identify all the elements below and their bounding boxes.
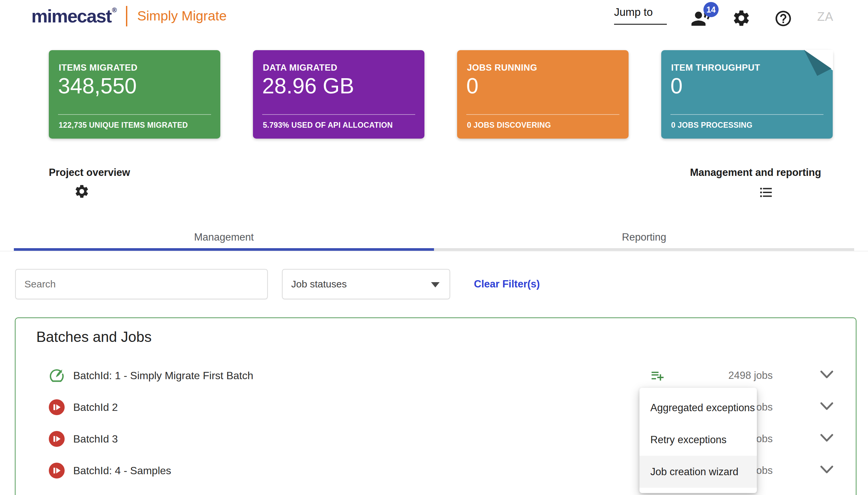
batch-label: BatchId: 4 - Samples	[73, 455, 171, 487]
card-divider	[466, 114, 619, 115]
management-list-button[interactable]	[759, 185, 774, 201]
card-value: 0	[466, 73, 479, 98]
card-divider	[262, 114, 415, 115]
job-statuses-select[interactable]: Job statuses	[282, 269, 450, 299]
card-jobs-running: JOBS RUNNING 0 0 JOBS DISCOVERING	[457, 50, 628, 139]
notifications-badge: 14	[704, 2, 719, 17]
management-reporting-label: Management and reporting	[690, 167, 821, 178]
card-value: 348,550	[58, 73, 137, 98]
menu-item-job-creation-wizard[interactable]: Job creation wizard	[639, 456, 757, 488]
job-statuses-label: Job statuses	[291, 270, 347, 298]
card-value: 0	[671, 73, 683, 98]
card-caption: 0 JOBS PROCESSING	[671, 121, 752, 130]
chevron-down-icon[interactable]	[820, 402, 833, 412]
menu-item-aggregated-exceptions[interactable]: Aggregated exceptions	[639, 392, 757, 424]
batch-label: BatchId: 1 - Simply Migrate First Batch	[73, 360, 253, 391]
tab-management[interactable]: Management	[14, 225, 434, 252]
card-title: ITEMS MIGRATED	[59, 63, 138, 73]
batch-label: BatchId 3	[73, 423, 118, 455]
project-overview-label: Project overview	[49, 167, 130, 178]
card-item-throughput: ITEM THROUGHPUT 0 0 JOBS PROCESSING	[661, 50, 833, 139]
brand-wordmark: mimecast	[31, 5, 111, 27]
stat-cards: ITEMS MIGRATED 348,550 122,735 UNIQUE IT…	[49, 50, 833, 139]
jump-to-menu[interactable]: Jump to	[614, 6, 667, 25]
card-caption: 5.793% USED OF API ALLOCATION	[263, 121, 393, 130]
tab-bar: Management Reporting	[14, 225, 854, 252]
card-title: ITEM THROUGHPUT	[671, 63, 760, 73]
clear-filters-link[interactable]: Clear Filter(s)	[474, 269, 540, 299]
help-button[interactable]	[774, 9, 793, 29]
app-header: mimecast® Simply Migrate Jump to 14 ZA	[0, 0, 868, 39]
tab-ink-bar	[14, 248, 854, 251]
help-icon	[774, 9, 793, 28]
card-caption: 122,735 UNIQUE ITEMS MIGRATED	[59, 121, 188, 130]
card-title: DATA MIGRATED	[263, 63, 337, 73]
brand-logo: mimecast® Simply Migrate	[31, 5, 227, 27]
product-name: Simply Migrate	[137, 8, 227, 24]
gear-icon	[732, 8, 751, 28]
batch-status-resume-icon	[49, 399, 65, 416]
search-input[interactable]	[15, 269, 268, 299]
dropdown-caret-icon	[431, 282, 440, 287]
card-divider	[58, 114, 211, 115]
active-tab-ink	[14, 248, 434, 251]
batch-status-resume-icon	[49, 463, 65, 480]
folded-corner	[798, 50, 833, 80]
card-data-migrated: DATA MIGRATED 28.96 GB 5.793% USED OF AP…	[253, 50, 424, 139]
project-overview-settings-button[interactable]	[74, 184, 90, 201]
jobs-count: 2498 jobs	[728, 360, 773, 391]
inactive-tab-ink	[434, 248, 854, 251]
list-icon	[759, 185, 774, 200]
batch-status-resume-icon	[49, 431, 65, 448]
card-value: 28.96 GB	[262, 73, 354, 98]
tab-reporting[interactable]: Reporting	[434, 225, 854, 252]
card-items-migrated: ITEMS MIGRATED 348,550 122,735 UNIQUE IT…	[49, 50, 220, 139]
batch-actions-menu: Aggregated exceptions Retry exceptions J…	[639, 388, 757, 493]
registered-mark: ®	[112, 6, 117, 14]
brand-divider	[126, 6, 127, 27]
chevron-down-icon[interactable]	[820, 370, 833, 380]
tab-divider	[0, 251, 868, 252]
menu-item-retry-exceptions[interactable]: Retry exceptions	[639, 424, 757, 456]
card-divider	[671, 114, 823, 115]
chevron-down-icon[interactable]	[820, 465, 833, 475]
playlist-add-icon[interactable]	[650, 368, 665, 385]
card-title: JOBS RUNNING	[467, 63, 537, 73]
card-caption: 0 JOBS DISCOVERING	[467, 121, 551, 130]
panel-title: Batches and Jobs	[36, 329, 152, 345]
settings-button[interactable]	[732, 8, 751, 29]
batch-status-gauge-icon	[49, 368, 65, 385]
batch-label: BatchId 2	[73, 391, 118, 423]
avatar[interactable]: ZA	[817, 10, 833, 24]
batch-row[interactable]: BatchId: 1 - Simply Migrate First Batch …	[16, 360, 855, 391]
gear-icon	[74, 184, 90, 199]
chevron-down-icon[interactable]	[820, 433, 833, 444]
